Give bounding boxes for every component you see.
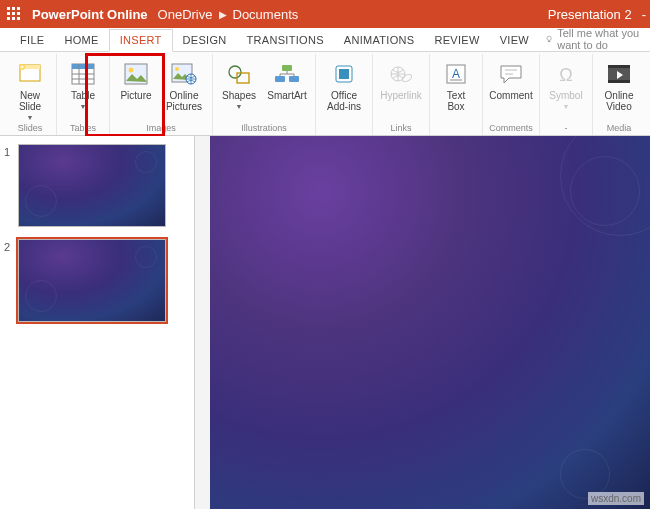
svg-rect-27 [339, 69, 349, 79]
table-icon [69, 60, 97, 88]
shapes-label: Shapes [222, 90, 256, 101]
office-addins-button[interactable]: OfficeAdd-ins [320, 58, 368, 114]
online-pictures-label: OnlinePictures [166, 90, 202, 112]
svg-rect-3 [7, 12, 10, 15]
office-addins-label: OfficeAdd-ins [327, 90, 361, 112]
chevron-down-icon: ▼ [563, 103, 570, 110]
breadcrumb-onedrive[interactable]: OneDrive [158, 7, 213, 22]
svg-point-21 [229, 66, 241, 78]
online-pictures-button[interactable]: OnlinePictures [160, 58, 208, 114]
svg-rect-5 [17, 12, 20, 15]
video-icon [605, 60, 633, 88]
document-title[interactable]: Presentation 2 [548, 7, 638, 22]
thumbnail-number: 2 [4, 239, 18, 322]
tab-design[interactable]: DESIGN [173, 30, 237, 51]
ribbon-insert: NewSlide ▼ Slides Table ▼ Tables Picture… [0, 52, 650, 136]
tab-insert[interactable]: INSERT [109, 29, 173, 52]
text-box-button[interactable]: A TextBox [434, 58, 478, 114]
group-label-symbols: - [565, 123, 568, 135]
symbol-button[interactable]: Ω Symbol ▼ [544, 58, 588, 112]
tab-file[interactable]: FILE [10, 30, 54, 51]
current-slide[interactable] [210, 136, 650, 509]
tab-animations[interactable]: ANIMATIONS [334, 30, 425, 51]
app-launcher-icon[interactable] [0, 0, 28, 28]
svg-rect-34 [608, 65, 630, 68]
svg-text:Ω: Ω [559, 65, 572, 85]
online-video-button[interactable]: OnlineVideo [597, 58, 641, 114]
svg-rect-23 [282, 65, 292, 71]
group-label-links: Links [390, 123, 411, 135]
tab-review[interactable]: REVIEW [424, 30, 489, 51]
hyperlink-button[interactable]: Hyperlink [377, 58, 425, 103]
addins-icon [330, 60, 358, 88]
text-box-label: TextBox [447, 90, 465, 112]
svg-rect-25 [289, 76, 299, 82]
svg-point-9 [547, 36, 551, 40]
svg-rect-15 [72, 64, 94, 69]
thumbnail-row[interactable]: 1 [4, 144, 190, 227]
slide-thumbnail-1[interactable] [18, 144, 166, 227]
table-button[interactable]: Table ▼ [61, 58, 105, 112]
svg-rect-6 [7, 17, 10, 20]
picture-label: Picture [120, 90, 151, 101]
group-label-slides: Slides [18, 123, 43, 135]
svg-rect-4 [12, 12, 15, 15]
svg-rect-8 [17, 17, 20, 20]
group-text: A TextBox [430, 54, 483, 135]
smartart-icon [273, 60, 301, 88]
thumbnail-row[interactable]: 2 [4, 239, 190, 322]
group-illustrations: Shapes ▼ SmartArt Illustrations [213, 54, 316, 135]
chevron-down-icon: ▼ [27, 114, 34, 121]
comment-button[interactable]: Comment [487, 58, 535, 103]
chevron-right-icon: ▶ [213, 9, 233, 20]
svg-rect-22 [237, 73, 249, 83]
online-pictures-icon [170, 60, 198, 88]
thumbnail-number: 1 [4, 144, 18, 227]
svg-point-17 [129, 68, 134, 73]
picture-button[interactable]: Picture [114, 58, 158, 103]
shapes-button[interactable]: Shapes ▼ [217, 58, 261, 112]
comment-icon [497, 60, 525, 88]
picture-icon [122, 60, 150, 88]
group-media: OnlineVideo Media [593, 54, 645, 135]
online-video-label: OnlineVideo [605, 90, 634, 112]
chevron-down-icon: ▼ [236, 103, 243, 110]
symbol-label: Symbol [549, 90, 582, 101]
hyperlink-label: Hyperlink [380, 90, 422, 101]
watermark: wsxdn.com [588, 492, 644, 505]
slide-thumbnail-panel[interactable]: 1 2 [0, 136, 195, 509]
svg-rect-35 [608, 80, 630, 83]
smartart-button[interactable]: SmartArt [263, 58, 311, 103]
group-label-images: Images [146, 123, 176, 135]
new-slide-button[interactable]: NewSlide ▼ [8, 58, 52, 123]
smartart-label: SmartArt [267, 90, 306, 101]
svg-rect-1 [12, 7, 15, 10]
tab-home[interactable]: HOME [54, 30, 108, 51]
tab-view[interactable]: VIEW [490, 30, 539, 51]
tab-transitions[interactable]: TRANSITIONS [237, 30, 334, 51]
group-tables: Table ▼ Tables [57, 54, 110, 135]
slide-canvas-area[interactable] [195, 136, 650, 509]
group-addins: OfficeAdd-ins [316, 54, 373, 135]
text-box-icon: A [442, 60, 470, 88]
new-slide-label: NewSlide [19, 90, 41, 112]
svg-text:A: A [452, 67, 460, 81]
workspace: 1 2 [0, 136, 650, 509]
shapes-icon [225, 60, 253, 88]
chevron-down-icon: ▼ [80, 103, 87, 110]
svg-rect-0 [7, 7, 10, 10]
svg-rect-2 [17, 7, 20, 10]
comment-label: Comment [489, 90, 532, 101]
app-name: PowerPoint Online [28, 7, 158, 22]
group-symbols: Ω Symbol ▼ - [540, 54, 593, 135]
group-slides: NewSlide ▼ Slides [4, 54, 57, 135]
breadcrumb-documents[interactable]: Documents [233, 7, 299, 22]
svg-rect-7 [12, 17, 15, 20]
slide-thumbnail-2[interactable] [18, 239, 166, 322]
group-comments: Comment Comments [483, 54, 540, 135]
title-separator: - [638, 7, 650, 22]
svg-rect-24 [275, 76, 285, 82]
tell-me-search[interactable]: Tell me what you want to do [545, 27, 650, 51]
group-label-tables: Tables [70, 123, 96, 135]
group-label-media: Media [607, 123, 632, 135]
